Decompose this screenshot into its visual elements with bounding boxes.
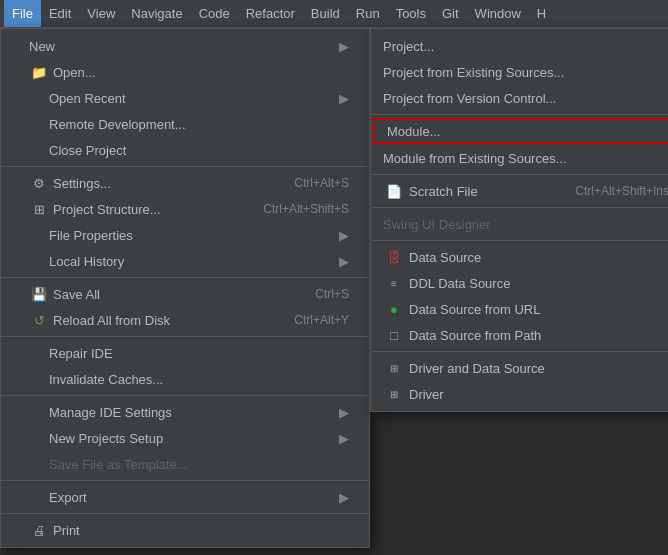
menu-item-remote[interactable]: Remote Development... [1, 111, 369, 137]
driver-datasource-icon: ⊞ [383, 363, 405, 374]
submenu-item-datasource[interactable]: 🗄 Data Source [371, 244, 668, 270]
menubar-file-label: File [12, 6, 33, 21]
submenu-driver-label: Driver [409, 387, 668, 402]
menubar-navigate-label: Navigate [131, 6, 182, 21]
menubar-edit[interactable]: Edit [41, 0, 79, 27]
menu-item-file-props-label: File Properties [29, 228, 334, 243]
submenu-datasource-label: Data Source [409, 250, 668, 265]
menubar-help[interactable]: H [529, 0, 554, 27]
menu-item-save-all[interactable]: 💾 Save All Ctrl+S [1, 281, 369, 307]
submenu-project-existing-label: Project from Existing Sources... [383, 65, 668, 80]
submenu-item-ddl-datasource[interactable]: ≡ DDL Data Source [371, 270, 668, 296]
menu-item-local-history-label: Local History [29, 254, 334, 269]
menubar-window[interactable]: Window [467, 0, 529, 27]
menubar-code-label: Code [199, 6, 230, 21]
datasource-url-icon: ● [383, 302, 405, 317]
separator-4 [1, 395, 369, 396]
separator-5 [1, 480, 369, 481]
menu-item-close-label: Close Project [29, 143, 349, 158]
menubar-edit-label: Edit [49, 6, 71, 21]
menu-item-open-recent[interactable]: Open Recent ▶ [1, 85, 369, 111]
submenu-project-label: Project... [383, 39, 668, 54]
separator-2 [1, 277, 369, 278]
submenu-item-project[interactable]: Project... [371, 33, 668, 59]
driver-icon: ⊞ [383, 389, 405, 400]
arrow-icon-manageide: ▶ [339, 405, 349, 420]
submenu-ddl-datasource-label: DDL Data Source [409, 276, 668, 291]
settings-shortcut: Ctrl+Alt+S [294, 176, 349, 190]
submenu-item-project-vcs[interactable]: Project from Version Control... [371, 85, 668, 111]
menu-item-repair[interactable]: Repair IDE [1, 340, 369, 366]
menu-item-local-history[interactable]: Local History ▶ [1, 248, 369, 274]
datasource-icon: 🗄 [383, 250, 405, 265]
submenu-item-module-existing[interactable]: Module from Existing Sources... [371, 145, 668, 171]
submenu-driver-datasource-label: Driver and Data Source [409, 361, 668, 376]
menu-item-remote-label: Remote Development... [29, 117, 349, 132]
scratch-shortcut: Ctrl+Alt+Shift+Ins [575, 184, 668, 198]
menu-item-settings-label: Settings... [53, 176, 274, 191]
menubar-navigate[interactable]: Navigate [123, 0, 190, 27]
menu-item-settings[interactable]: ⚙ Settings... Ctrl+Alt+S [1, 170, 369, 196]
menu-item-export-label: Export [29, 490, 334, 505]
submenu-item-project-existing[interactable]: Project from Existing Sources... [371, 59, 668, 85]
submenu-project-vcs-label: Project from Version Control... [383, 91, 668, 106]
project-structure-shortcut: Ctrl+Alt+Shift+S [263, 202, 349, 216]
menubar-refactor[interactable]: Refactor [238, 0, 303, 27]
file-menu: New ▶ 📁 Open... Open Recent ▶ Remote Dev… [0, 28, 370, 548]
menu-item-print-label: Print [53, 523, 349, 538]
submenu-scratch-label: Scratch File [409, 184, 575, 199]
menu-item-new-projects[interactable]: New Projects Setup ▶ [1, 425, 369, 451]
print-icon: 🖨 [29, 523, 49, 538]
menu-item-reload[interactable]: ↺ Reload All from Disk Ctrl+Alt+Y [1, 307, 369, 333]
menu-item-new-projects-label: New Projects Setup [29, 431, 334, 446]
submenu-item-datasource-url[interactable]: ● Data Source from URL [371, 296, 668, 322]
submenu-sep-2 [371, 174, 668, 175]
menubar-build[interactable]: Build [303, 0, 348, 27]
submenu-item-scratch[interactable]: 📄 Scratch File Ctrl+Alt+Shift+Ins [371, 178, 668, 204]
ddl-datasource-icon: ≡ [383, 278, 405, 289]
submenu-item-swing[interactable]: Swing UI Designer [371, 211, 668, 237]
arrow-icon: ▶ [339, 39, 349, 54]
reload-shortcut: Ctrl+Alt+Y [294, 313, 349, 327]
menubar-refactor-label: Refactor [246, 6, 295, 21]
menubar-view-label: View [87, 6, 115, 21]
menu-item-manage-ide-label: Manage IDE Settings [29, 405, 334, 420]
submenu-swing-label: Swing UI Designer [383, 217, 668, 232]
submenu-module-existing-label: Module from Existing Sources... [383, 151, 668, 166]
menubar-file[interactable]: File [4, 0, 41, 27]
menubar-git[interactable]: Git [434, 0, 467, 27]
menubar-code[interactable]: Code [191, 0, 238, 27]
menu-item-manage-ide[interactable]: Manage IDE Settings ▶ [1, 399, 369, 425]
menu-item-save-template-label: Save File as Template... [29, 457, 349, 472]
menubar-run[interactable]: Run [348, 0, 388, 27]
save-icon: 💾 [29, 287, 49, 302]
menu-item-save-template[interactable]: Save File as Template... [1, 451, 369, 477]
submenu-item-driver[interactable]: ⊞ Driver [371, 381, 668, 407]
menu-item-project-structure[interactable]: ⊞ Project Structure... Ctrl+Alt+Shift+S [1, 196, 369, 222]
menu-item-new[interactable]: New ▶ [1, 33, 369, 59]
arrow-icon-fileprops: ▶ [339, 228, 349, 243]
project-structure-icon: ⊞ [29, 202, 49, 217]
menu-item-file-props[interactable]: File Properties ▶ [1, 222, 369, 248]
menu-item-open[interactable]: 📁 Open... [1, 59, 369, 85]
scratch-file-icon: 📄 [383, 184, 405, 199]
menubar-tools[interactable]: Tools [388, 0, 434, 27]
menubar-build-label: Build [311, 6, 340, 21]
menu-item-print[interactable]: 🖨 Print [1, 517, 369, 543]
menu-item-reload-label: Reload All from Disk [53, 313, 274, 328]
submenu-item-datasource-path[interactable]: □ Data Source from Path [371, 322, 668, 348]
submenu-item-driver-datasource[interactable]: ⊞ Driver and Data Source [371, 355, 668, 381]
arrow-icon-export: ▶ [339, 490, 349, 505]
menu-item-invalidate[interactable]: Invalidate Caches... [1, 366, 369, 392]
menubar: File Edit View Navigate Code Refactor Bu… [0, 0, 668, 28]
arrow-icon-recent: ▶ [339, 91, 349, 106]
menu-item-project-structure-label: Project Structure... [53, 202, 243, 217]
submenu-item-module[interactable]: Module... [373, 118, 668, 144]
menubar-view[interactable]: View [79, 0, 123, 27]
menubar-run-label: Run [356, 6, 380, 21]
save-all-shortcut: Ctrl+S [315, 287, 349, 301]
datasource-path-icon: □ [383, 328, 405, 343]
menubar-window-label: Window [475, 6, 521, 21]
menu-item-close[interactable]: Close Project [1, 137, 369, 163]
menu-item-export[interactable]: Export ▶ [1, 484, 369, 510]
